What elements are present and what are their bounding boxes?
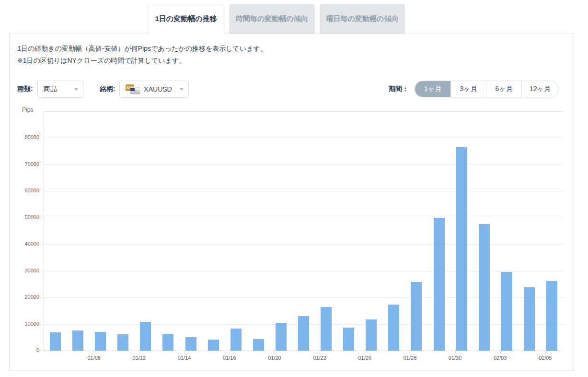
content-card: 1日の値動きの変動幅（高値-安値）が何Pipsであったかの推移を表示しています。… <box>9 34 574 371</box>
y-axis-tick-label: 50000 <box>17 214 39 220</box>
y-axis-tick-label: 60000 <box>17 188 39 193</box>
y-axis-tick-label: 70000 <box>17 161 39 167</box>
x-axis-tick <box>410 351 410 353</box>
x-axis-tick <box>184 351 185 353</box>
tab-hourly-range-tendency[interactable]: 時間毎の変動幅の傾向 <box>229 4 315 34</box>
x-axis-tick <box>230 351 230 353</box>
chart-bar <box>298 316 309 351</box>
type-select-value: 商品 <box>44 85 70 94</box>
symbol-select[interactable]: XAU XAUUSD <box>119 81 189 98</box>
x-axis-tick-label: 01/12 <box>125 355 153 361</box>
period-button-group: 1ヶ月 3ヶ月 6ヶ月 12ヶ月 <box>415 81 559 97</box>
symbol-select-value: XAUUSD <box>144 85 176 93</box>
x-axis-tick <box>455 351 456 353</box>
x-axis-tick <box>275 351 275 353</box>
filter-controls: 種類: 商品 銘柄: XAU XAUUSD <box>17 81 189 98</box>
x-axis-tick-label: 01/08 <box>80 355 108 361</box>
x-axis-tick <box>365 351 365 353</box>
us-flag-icon <box>130 88 140 94</box>
y-axis-tick-label: 20000 <box>17 294 39 300</box>
x-axis-tick <box>94 351 94 353</box>
chevron-down-icon <box>180 88 184 91</box>
chart-bar <box>366 319 377 351</box>
y-axis-tick-label: 40000 <box>17 241 39 247</box>
x-axis-tick-label: 01/28 <box>395 355 424 361</box>
chart-bar <box>388 305 399 351</box>
x-axis-tick-label: 01/20 <box>260 355 289 361</box>
x-axis-tick <box>545 351 546 353</box>
chart-bar <box>411 282 422 351</box>
chart-bar <box>479 224 490 351</box>
period-button-1m[interactable]: 1ヶ月 <box>415 81 450 97</box>
chart-bar <box>185 337 196 351</box>
gridline <box>44 218 563 218</box>
x-axis-tick-label: 01/16 <box>215 355 244 361</box>
chart-bar <box>162 334 173 351</box>
gridline <box>44 191 563 191</box>
x-axis-tick-label: 01/22 <box>305 355 334 361</box>
period-button-3m[interactable]: 3ヶ月 <box>450 81 486 97</box>
x-axis-tick <box>320 351 320 353</box>
page: 1日の変動幅の推移 時間毎の変動幅の傾向 曜日毎の変動幅の傾向 1日の値動きの変… <box>0 0 588 377</box>
chart-bar <box>524 287 535 351</box>
chart-bar <box>50 332 61 351</box>
us-flag-canton <box>130 88 135 91</box>
type-select[interactable]: 商品 <box>37 81 83 98</box>
gridline <box>44 165 563 165</box>
chart-bar <box>276 323 287 351</box>
y-axis-tick-label: 0 <box>17 347 39 353</box>
chevron-down-icon <box>74 88 78 91</box>
xau-usd-pair-icon: XAU <box>126 84 140 94</box>
y-axis-tick-label: 30000 <box>17 268 39 273</box>
chart-bar <box>140 322 151 351</box>
chart-bar <box>95 332 106 351</box>
chart-bar <box>321 307 332 351</box>
description-line-2: ※1日の区切りはNYクローズの時間で計算しています。 <box>17 55 267 67</box>
chart-bar <box>253 339 264 351</box>
type-label: 種類: <box>17 85 33 94</box>
description-line-1: 1日の値動きの変動幅（高値-安値）が何Pipsであったかの推移を表示しています。 <box>17 43 267 55</box>
x-axis-tick <box>500 351 501 353</box>
chart-bar <box>343 328 354 351</box>
symbol-label: 銘柄: <box>100 85 115 94</box>
x-axis-tick-label: 02/03 <box>486 355 515 361</box>
chart-bar <box>72 330 83 351</box>
tab-weekday-range-tendency[interactable]: 曜日毎の変動幅の傾向 <box>320 4 405 34</box>
x-axis-tick-label: 01/26 <box>350 355 379 361</box>
x-axis-tick <box>139 351 139 353</box>
chart-bar <box>434 218 445 351</box>
chart-bar <box>231 329 242 351</box>
chart-bar <box>208 340 219 351</box>
gridline <box>44 111 563 112</box>
period-control: 期間： 1ヶ月 3ヶ月 6ヶ月 12ヶ月 <box>389 81 559 97</box>
y-axis-tick-label: 80000 <box>17 134 39 140</box>
y-axis-tick-label: 10000 <box>17 321 39 327</box>
chart-bar <box>117 334 128 351</box>
x-axis-tick-label: 01/14 <box>170 355 199 361</box>
tab-daily-range-trend[interactable]: 1日の変動幅の推移 <box>148 4 224 35</box>
x-axis-tick-label: 02/05 <box>531 355 560 361</box>
chart-bar <box>456 147 467 351</box>
x-axis-tick-label: 01/30 <box>441 355 470 361</box>
plot-area: 0100002000030000400005000060000700008000… <box>44 111 563 351</box>
chart-bar <box>546 281 557 351</box>
y-axis-title: Pips <box>22 106 33 113</box>
period-label: 期間： <box>389 85 409 94</box>
tab-bar: 1日の変動幅の推移 時間毎の変動幅の傾向 曜日毎の変動幅の傾向 <box>148 4 410 35</box>
description: 1日の値動きの変動幅（高値-安値）が何Pipsであったかの推移を表示しています。… <box>17 43 267 67</box>
period-button-6m[interactable]: 6ヶ月 <box>486 81 521 97</box>
chart-bar <box>501 272 512 351</box>
period-button-12m[interactable]: 12ヶ月 <box>521 81 558 97</box>
gridline <box>44 138 563 138</box>
